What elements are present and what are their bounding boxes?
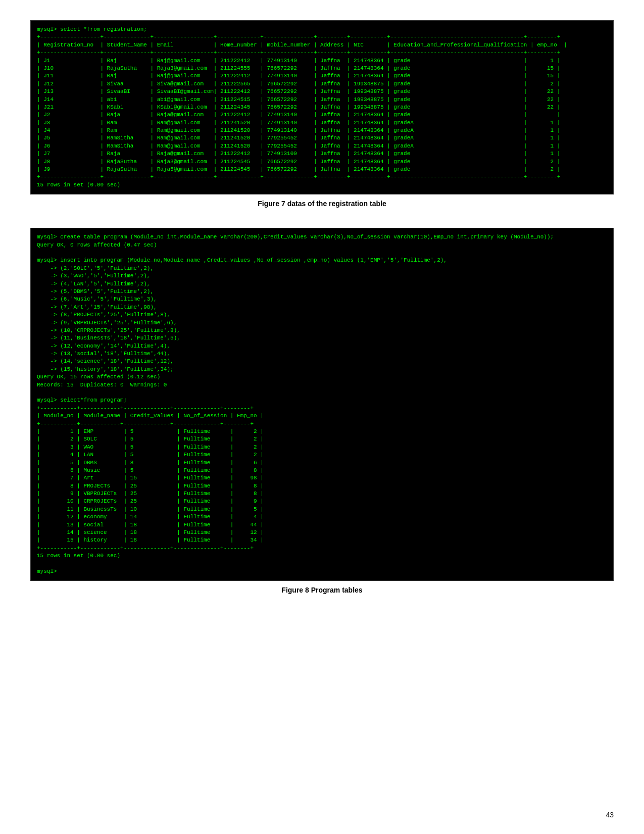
figure8-terminal: mysql> create table program (Module_no i… <box>30 228 614 581</box>
figure7-section: mysql> select *from registration; +-----… <box>30 20 614 208</box>
figure7-terminal: mysql> select *from registration; +-----… <box>30 20 614 194</box>
figure8-caption: Figure 8 Program tables <box>30 586 614 594</box>
page-container: mysql> select *from registration; +-----… <box>0 0 644 634</box>
figure8-section: mysql> create table program (Module_no i… <box>30 228 614 594</box>
figure7-caption: Figure 7 datas of the registration table <box>30 200 614 208</box>
page-number: 43 <box>606 811 614 819</box>
